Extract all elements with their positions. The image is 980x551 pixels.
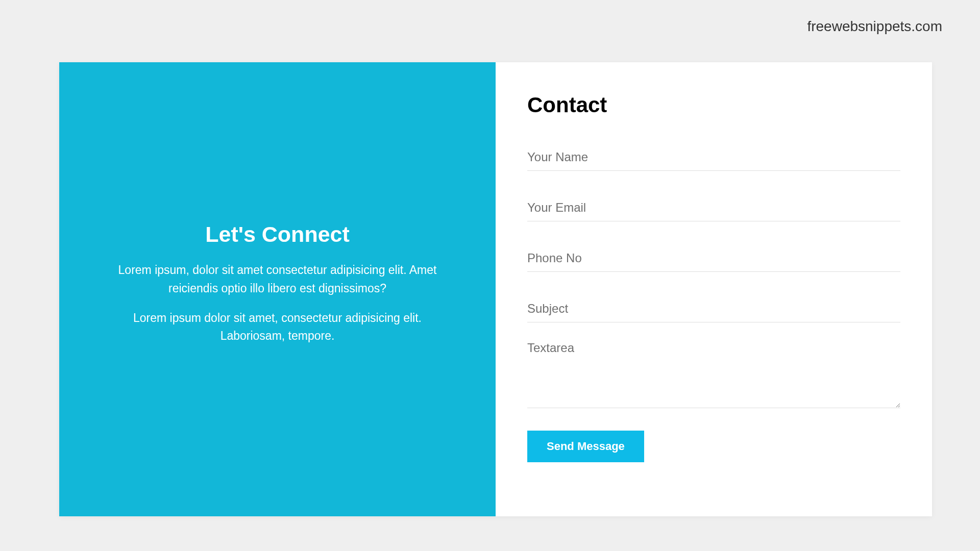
contact-card: Let's Connect Lorem ipsum, dolor sit ame… — [59, 62, 932, 516]
form-group-phone — [527, 248, 900, 272]
subject-input[interactable] — [527, 298, 900, 322]
email-input[interactable] — [527, 197, 900, 221]
form-group-subject — [527, 298, 900, 322]
contact-heading: Contact — [527, 93, 900, 117]
name-input[interactable] — [527, 147, 900, 171]
connect-heading: Let's Connect — [205, 222, 350, 247]
form-group-name — [527, 147, 900, 171]
right-panel: Contact Send Message — [496, 62, 932, 516]
form-group-message — [527, 338, 900, 410]
message-textarea[interactable] — [527, 338, 900, 408]
connect-paragraph-1: Lorem ipsum, dolor sit amet consectetur … — [105, 261, 450, 297]
brand-label: freewebsnippets.com — [807, 18, 942, 35]
left-panel: Let's Connect Lorem ipsum, dolor sit ame… — [59, 62, 496, 516]
connect-paragraph-2: Lorem ipsum dolor sit amet, consectetur … — [105, 309, 450, 345]
phone-input[interactable] — [527, 248, 900, 272]
send-message-button[interactable]: Send Message — [527, 431, 644, 462]
form-group-email — [527, 197, 900, 221]
